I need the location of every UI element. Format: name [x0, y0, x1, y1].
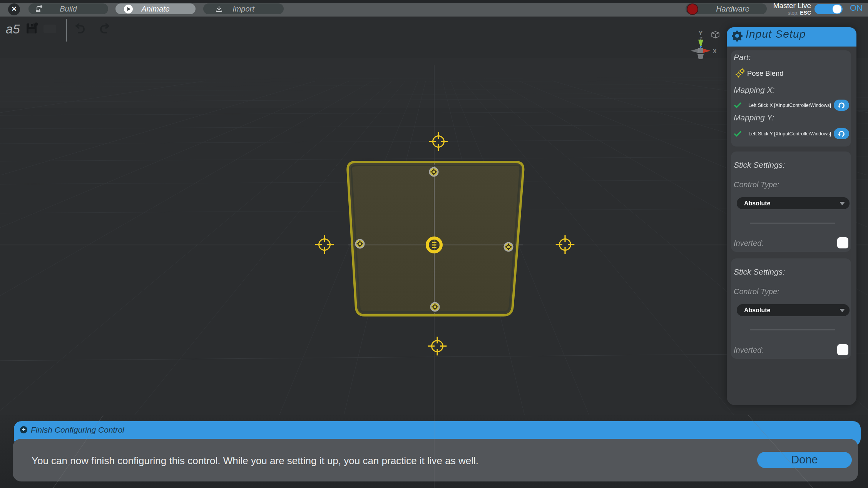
svg-text:X: X	[713, 48, 717, 54]
svg-text:Y: Y	[699, 30, 702, 36]
